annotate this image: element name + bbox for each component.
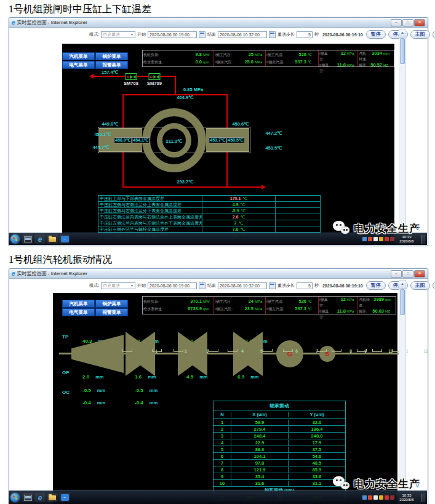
steam-valve[interactable]: B	[149, 73, 161, 80]
cell-x: 279.4	[231, 426, 289, 432]
mode-select[interactable]: 历史重演 ▼	[101, 282, 135, 289]
menu-button[interactable]: 汽机菜单	[62, 52, 95, 60]
row-spacer	[275, 208, 320, 214]
dcs-menu: 汽机菜单 锅炉菜单 电气菜单 报警菜单	[62, 52, 128, 69]
replay-button[interactable]: 暂停	[366, 30, 386, 39]
tray-icon[interactable]	[379, 495, 383, 500]
menu-button[interactable]: 汽机菜单	[62, 300, 95, 308]
start-button[interactable]	[10, 493, 20, 502]
start-button[interactable]	[10, 234, 20, 244]
tray-icon[interactable]	[385, 495, 389, 500]
taskbar-app-ie[interactable]: e	[34, 234, 46, 244]
show-desktop-button[interactable]	[421, 494, 425, 502]
tray-icon[interactable]	[385, 237, 389, 241]
taskbar-app-blue[interactable]: ~	[59, 234, 70, 244]
taskbar-app-display[interactable]	[22, 234, 33, 244]
titlebar[interactable]: e 实时监控画面 - Internet Explorer – □ ✕	[9, 269, 428, 279]
calendar-icon[interactable]	[269, 31, 276, 38]
mode-select[interactable]: 历史重演 ▼	[101, 31, 135, 38]
header-n: N	[214, 412, 231, 417]
start-time-input[interactable]: 2020-08-06 00:19:00	[148, 31, 197, 38]
taskbar-app-explorer[interactable]	[47, 234, 58, 244]
value-unit: ℃	[240, 215, 245, 219]
minimize-button[interactable]: –	[391, 270, 402, 278]
step-input[interactable]: 5	[297, 31, 313, 38]
scroll-up-icon[interactable]: ▲	[399, 281, 405, 289]
taskbar-clock[interactable]: 10:35 2020/8/6	[396, 494, 418, 502]
status-label: II侧主汽温:	[266, 60, 293, 65]
status-value: 9.8	[188, 52, 202, 57]
close-button[interactable]: ✕	[414, 270, 425, 278]
status-unit: HZ	[383, 63, 393, 67]
row-value: 7.6℃	[202, 227, 275, 232]
menu-button[interactable]: 电气菜单	[62, 308, 95, 316]
menu-button[interactable]: 锅炉菜单	[95, 300, 128, 308]
maximize-button[interactable]: □	[402, 19, 413, 26]
taskbar-app-blue[interactable]: ~	[59, 493, 70, 502]
oc-value: -0.4mm	[135, 396, 158, 407]
scrollbar-thumb[interactable]	[400, 289, 405, 315]
minimize-button[interactable]: –	[391, 19, 402, 26]
cell-y: 85.9	[289, 467, 345, 473]
close-button[interactable]: ✕	[414, 19, 425, 26]
value-unit: mm	[250, 374, 258, 380]
status-value: 537.3	[293, 306, 306, 311]
cell-y: 48.5	[289, 460, 345, 466]
replay-button[interactable]: 暂停	[366, 281, 386, 290]
status-value: 12	[332, 297, 346, 302]
op-value: 2.0mm	[82, 370, 103, 381]
value-unit: mm	[97, 388, 105, 393]
scrollbar[interactable]: ▲	[399, 280, 406, 503]
oc-value: -0.4mm	[82, 396, 105, 407]
end-time-input[interactable]: 2020-08-06 10:32:00	[218, 31, 267, 38]
menu-button[interactable]: 锅炉菜单	[95, 52, 128, 60]
menu-button[interactable]: 报警菜单	[95, 61, 128, 69]
titlebar[interactable]: e 实时监控画面 - Internet Explorer – □ ✕	[9, 18, 428, 28]
tray-icon[interactable]	[379, 237, 383, 241]
tray-icon[interactable]	[362, 495, 367, 500]
step-input[interactable]: 5	[297, 282, 313, 289]
taskbar-app-ie[interactable]: e	[34, 493, 46, 502]
tray-icon[interactable]	[390, 237, 394, 241]
bearing-number: 8	[346, 349, 355, 353]
cell-x: 31.6	[231, 481, 289, 486]
tray-icon[interactable]	[368, 495, 372, 500]
taskbar-app-display[interactable]	[22, 493, 33, 502]
scrollbar-thumb[interactable]	[400, 38, 405, 64]
bearing-icon	[122, 349, 132, 352]
scrollbar[interactable]: ▲	[399, 29, 406, 244]
calendar-icon[interactable]	[269, 282, 276, 289]
tray-icon[interactable]	[368, 237, 372, 241]
steam-valve[interactable]: A	[126, 73, 137, 80]
temperature-label: 449.0℃	[102, 121, 118, 127]
table-body: 1 59.9 32.0 2 279.4 196.4 3 248.4 248.0	[214, 419, 345, 487]
scroll-up-icon[interactable]: ▲	[399, 30, 405, 38]
tray-icon[interactable]	[390, 495, 394, 500]
replay-button[interactable]: 主图	[410, 30, 430, 39]
status-label: I侧主汽温:	[266, 52, 293, 58]
tray-icon[interactable]	[373, 495, 378, 500]
show-desktop-button[interactable]	[421, 235, 425, 244]
valve-name-sm708: SM708	[124, 81, 138, 86]
menu-button[interactable]: 报警菜单	[95, 308, 128, 316]
maximize-button[interactable]: □	[402, 270, 413, 278]
replay-button[interactable]: 关闭	[433, 30, 435, 39]
replay-button[interactable]: 主图	[410, 281, 430, 290]
calendar-icon[interactable]	[199, 282, 206, 289]
table-row: 5 88.3 37.5	[214, 446, 345, 453]
end-time-input[interactable]: 2020-08-06 10:32:00	[218, 282, 267, 289]
start-time-input[interactable]: 2020-08-06 00:19:00	[148, 282, 197, 289]
watermark: 电力安全生产	[333, 476, 420, 492]
cell-x: 22.9	[231, 440, 289, 446]
replay-button[interactable]: 关闭	[433, 281, 435, 290]
tray-icon[interactable]	[373, 237, 378, 241]
calendar-icon[interactable]	[199, 31, 206, 38]
tray-icon[interactable]	[362, 237, 367, 241]
table-row: 中压缸左侧与右侧法兰外上表面金属温度差 4.9℃	[98, 202, 320, 208]
taskbar-app-explorer[interactable]	[47, 493, 58, 502]
menu-button[interactable]: 电气菜单	[62, 61, 95, 69]
temperature-box: 458.5℃	[226, 137, 244, 143]
window-title: 实时监控画面 - Internet Explorer	[17, 19, 391, 26]
cell-x: 35.4	[231, 474, 289, 479]
status-group: 汽机转速:2989rpm 频率:50.03HZ	[358, 297, 396, 314]
